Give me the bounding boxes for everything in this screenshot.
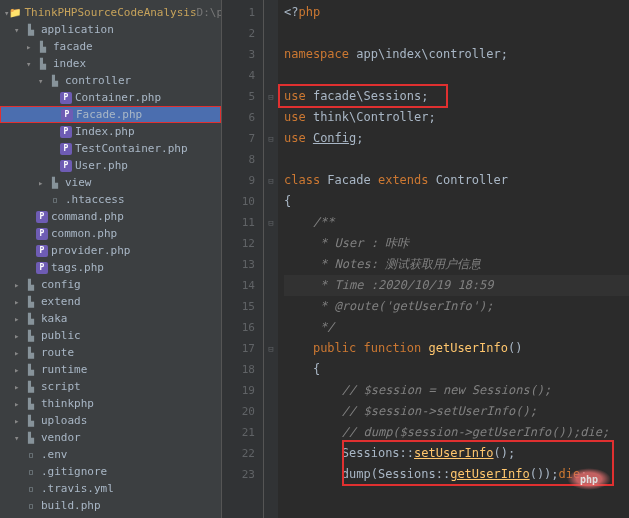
tree-item-provider-php[interactable]: Pprovider.php [0,242,221,259]
tree-item-thinkphp[interactable]: ▸▙thinkphp [0,395,221,412]
tree-item-script[interactable]: ▸▙script [0,378,221,395]
tree-item-label: .travis.yml [41,482,114,495]
code-line[interactable]: * Notes: 测试获取用户信息 [284,254,629,275]
code-line[interactable]: { [284,191,629,212]
tree-item-kaka[interactable]: ▸▙kaka [0,310,221,327]
tree-item-Index-php[interactable]: PIndex.php [0,123,221,140]
code-line[interactable]: // $session->setUserInfo(); [284,401,629,422]
tree-item-label: Container.php [75,91,161,104]
tree-item--env[interactable]: ▫.env [0,446,221,463]
expand-arrow-icon: ▸ [38,178,48,188]
tree-item--htaccess[interactable]: ▫.htaccess [0,191,221,208]
code-editor[interactable]: 1234567891011121314151617181920212223 ⊟⊟… [222,0,629,518]
fold-marker-icon [264,317,278,338]
folder-icon: ▙ [24,363,38,377]
code-line[interactable]: // dump($session->getUserInfo());die; [284,422,629,443]
fold-marker-icon [264,65,278,86]
line-number: 4 [224,65,255,86]
code-line[interactable]: <?php [284,2,629,23]
tree-item--travis-yml[interactable]: ▫.travis.yml [0,480,221,497]
expand-arrow-icon: ▸ [14,331,24,341]
tree-item-command-php[interactable]: Pcommand.php [0,208,221,225]
fold-marker-icon[interactable]: ⊟ [264,86,278,107]
code-line[interactable]: public function getUserInfo() [284,338,629,359]
tree-item-facade[interactable]: ▸▙facade [0,38,221,55]
code-line[interactable] [284,23,629,44]
tree-item-label: provider.php [51,244,130,257]
line-number: 1 [224,2,255,23]
tree-item-vendor[interactable]: ▾▙vendor [0,429,221,446]
code-line[interactable]: // $session = new Sessions(); [284,380,629,401]
tree-item-CHANGELOG-md[interactable]: ▤CHANGELOG.md [0,514,221,518]
tree-item-Facade-php[interactable]: PFacade.php [0,106,221,123]
folder-icon: 📁 [9,6,21,20]
tree-item-build-php[interactable]: ▫build.php [0,497,221,514]
fold-marker-icon [264,380,278,401]
code-line[interactable]: * Time :2020/10/19 18:59 [284,275,629,296]
tree-item-public[interactable]: ▸▙public [0,327,221,344]
tree-item--gitignore[interactable]: ▫.gitignore [0,463,221,480]
file-icon: ▫ [24,499,38,513]
fold-gutter[interactable]: ⊟⊟⊟⊟⊟ [264,0,278,518]
line-number: 3 [224,44,255,65]
fold-marker-icon[interactable]: ⊟ [264,338,278,359]
code-line[interactable]: { [284,359,629,380]
php-file-icon: P [36,262,48,274]
code-line[interactable]: use facade\Sessions; [284,86,629,107]
code-line[interactable] [284,65,629,86]
fold-marker-icon[interactable]: ⊟ [264,212,278,233]
code-line[interactable] [284,149,629,170]
tree-item-config[interactable]: ▸▙config [0,276,221,293]
tree-item-label: facade [53,40,93,53]
tree-item-tags-php[interactable]: Ptags.php [0,259,221,276]
tree-item-runtime[interactable]: ▸▙runtime [0,361,221,378]
line-number: 18 [224,359,255,380]
code-line[interactable]: namespace app\index\controller; [284,44,629,65]
tree-item-application[interactable]: ▾▙application [0,21,221,38]
tree-item-controller[interactable]: ▾▙controller [0,72,221,89]
tree-item-Container-php[interactable]: PContainer.php [0,89,221,106]
code-line[interactable]: Sessions::setUserInfo(); [284,443,629,464]
project-tree-panel: ▾📁ThinkPHPSourceCodeAnalysis D:\phpstudy… [0,0,222,518]
folder-icon: ▙ [24,278,38,292]
expand-arrow-icon: ▾ [14,433,24,443]
code-line[interactable]: class Facade extends Controller [284,170,629,191]
folder-icon: ▙ [24,414,38,428]
tree-item-common-php[interactable]: Pcommon.php [0,225,221,242]
folder-icon: ▙ [24,431,38,445]
folder-icon: ▙ [24,329,38,343]
php-file-icon: P [60,126,72,138]
tree-item-index[interactable]: ▾▙index [0,55,221,72]
expand-arrow-icon: ▾ [38,76,48,86]
tree-item-TestContainer-php[interactable]: PTestContainer.php [0,140,221,157]
tree-item-view[interactable]: ▸▙view [0,174,221,191]
tree-item-label: vendor [41,431,81,444]
folder-icon: ▙ [48,74,62,88]
tree-item-route[interactable]: ▸▙route [0,344,221,361]
tree-item-label: .env [41,448,68,461]
tree-item-uploads[interactable]: ▸▙uploads [0,412,221,429]
file-icon: ▫ [24,465,38,479]
fold-marker-icon[interactable]: ⊟ [264,128,278,149]
line-gutter: 1234567891011121314151617181920212223 [222,0,264,518]
expand-arrow-icon: ▸ [14,280,24,290]
line-number: 20 [224,401,255,422]
fold-marker-icon [264,44,278,65]
expand-arrow-icon: ▸ [14,382,24,392]
file-icon: ▫ [24,448,38,462]
tree-item-label: config [41,278,81,291]
tree-item-label: controller [65,74,131,87]
code-line[interactable]: * @route('getUserInfo'); [284,296,629,317]
code-line[interactable]: use Config; [284,128,629,149]
tree-item-User-php[interactable]: PUser.php [0,157,221,174]
code-line[interactable]: * User : 咔咔 [284,233,629,254]
tree-root[interactable]: ▾📁ThinkPHPSourceCodeAnalysis D:\phpstudy… [0,4,221,21]
tree-item-extend[interactable]: ▸▙extend [0,293,221,310]
code-line[interactable]: */ [284,317,629,338]
fold-marker-icon [264,2,278,23]
tree-item-label: extend [41,295,81,308]
fold-marker-icon[interactable]: ⊟ [264,170,278,191]
code-line[interactable]: use think\Controller; [284,107,629,128]
code-area[interactable]: php <?phpnamespace app\index\controller;… [278,0,629,518]
code-line[interactable]: /** [284,212,629,233]
